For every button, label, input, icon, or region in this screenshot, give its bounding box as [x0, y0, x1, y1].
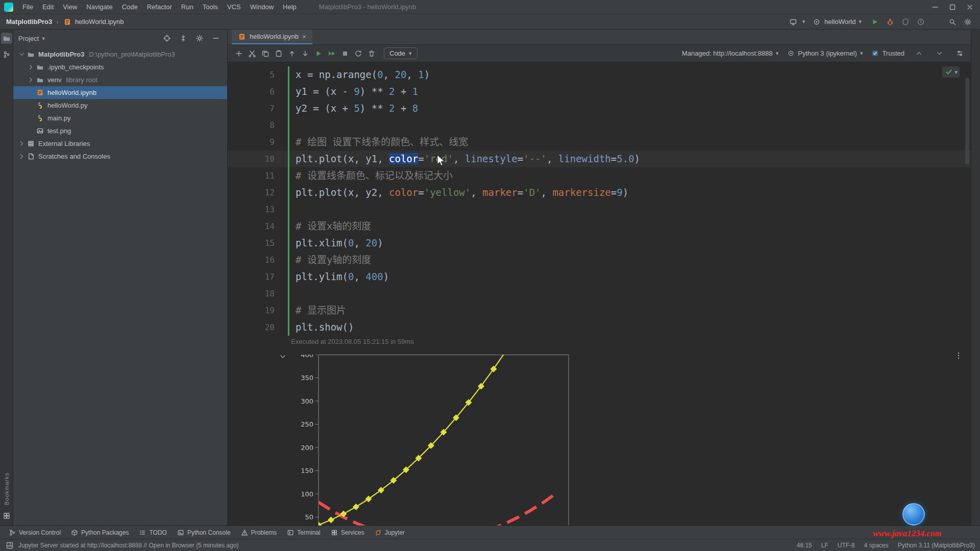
- close-tab-icon[interactable]: ×: [302, 33, 306, 41]
- maximize-button[interactable]: [946, 1, 959, 13]
- code-line-5[interactable]: 5x = np.arange(0, 20, 1): [228, 66, 971, 83]
- run-all-cells-button[interactable]: [326, 47, 338, 60]
- tree-closed-arrow-icon[interactable]: [17, 140, 26, 147]
- code-text[interactable]: plt.plot(x, y1, color='red', linestyle='…: [289, 151, 640, 167]
- tree-item-external-libraries[interactable]: External Libraries: [13, 137, 227, 150]
- coverage-button[interactable]: [899, 16, 912, 28]
- code-text[interactable]: y1 = (x - 9) ** 2 + 1: [289, 83, 418, 100]
- cut-cell-button[interactable]: [246, 47, 258, 60]
- project-panel-title[interactable]: Project: [18, 35, 39, 42]
- indent-setting[interactable]: 4 spaces: [864, 542, 889, 549]
- trusted-checkbox[interactable]: Trusted: [871, 49, 904, 58]
- run-cell-button[interactable]: [312, 47, 325, 60]
- code-text[interactable]: [289, 201, 296, 218]
- code-line-18[interactable]: 18: [228, 285, 971, 302]
- inspections-widget[interactable]: ▾: [942, 66, 960, 78]
- tree-item-main-py[interactable]: main.py: [13, 112, 227, 124]
- file-encoding[interactable]: UTF-8: [838, 542, 855, 549]
- code-text[interactable]: [289, 285, 296, 302]
- layout-widget-button[interactable]: [787, 16, 799, 28]
- paste-cell-button[interactable]: [273, 47, 285, 60]
- code-line-12[interactable]: 12plt.plot(x, y2, color='yellow', marker…: [228, 184, 971, 201]
- collapse-output-icon[interactable]: [279, 353, 287, 361]
- cell-type-select[interactable]: Code ▾: [384, 47, 418, 59]
- collapse-all-button[interactable]: [177, 32, 189, 44]
- editor-scrollbar[interactable]: [965, 78, 969, 164]
- code-cell[interactable]: 5x = np.arange(0, 20, 1)6y1 = (x - 9) **…: [228, 66, 971, 336]
- menu-navigate[interactable]: Navigate: [82, 2, 117, 12]
- menu-edit[interactable]: Edit: [38, 2, 58, 12]
- code-line-19[interactable]: 19# 显示图片: [228, 302, 971, 319]
- hide-panel-button[interactable]: [210, 32, 222, 44]
- tree-item--ipynb-checkpoints[interactable]: .ipynb_checkpoints: [13, 61, 227, 73]
- code-text[interactable]: plt.xlim(0, 20): [289, 235, 383, 252]
- code-text[interactable]: x = np.arange(0, 20, 1): [289, 66, 430, 83]
- select-opened-file-button[interactable]: [161, 32, 173, 44]
- code-text[interactable]: # 设置线条颜色、标记以及标记大小: [289, 167, 453, 184]
- toolwindow-jupyter[interactable]: Jupyter: [370, 528, 409, 538]
- menu-refactor[interactable]: Refactor: [142, 2, 177, 12]
- code-text[interactable]: plt.plot(x, y2, color='yellow', marker='…: [289, 184, 628, 201]
- tree-item-helloworld-py[interactable]: helloWorld.py: [13, 99, 227, 112]
- previous-cell-button[interactable]: [913, 47, 925, 60]
- tree-closed-arrow-icon[interactable]: [27, 76, 35, 84]
- delete-cell-button[interactable]: [365, 47, 378, 60]
- tree-item-test-png[interactable]: test.png: [13, 124, 227, 137]
- code-text[interactable]: # 显示图片: [289, 302, 346, 319]
- add-cell-button[interactable]: [233, 47, 245, 60]
- notebook-settings-button[interactable]: [953, 47, 966, 60]
- caret-position[interactable]: 46:15: [797, 542, 812, 549]
- tree-item-venv[interactable]: venvlibrary root: [13, 73, 227, 86]
- code-text[interactable]: plt.show(): [289, 319, 354, 336]
- line-ending[interactable]: LF: [821, 542, 828, 549]
- tree-closed-arrow-icon[interactable]: [17, 153, 26, 160]
- restart-kernel-button[interactable]: [352, 47, 364, 60]
- menu-file[interactable]: File: [18, 2, 38, 12]
- toolwindow-todo[interactable]: TODO: [134, 528, 171, 538]
- python-interpreter[interactable]: Python 3.11 (MatplotlibPro3): [898, 542, 975, 549]
- code-text[interactable]: # 绘图 设置下线条的颜色、样式、线宽: [289, 134, 468, 151]
- code-text[interactable]: [289, 117, 296, 134]
- code-line-11[interactable]: 11# 设置线条颜色、标记以及标记大小: [228, 167, 971, 184]
- move-cell-down-button[interactable]: [299, 47, 311, 60]
- code-text[interactable]: # 设置y轴的刻度: [289, 252, 371, 268]
- code-line-15[interactable]: 15plt.xlim(0, 20): [228, 235, 971, 252]
- toolwindow-problems[interactable]: Problems: [236, 528, 282, 538]
- run-button[interactable]: [869, 16, 881, 28]
- status-message[interactable]: Jupyter Server started at http://localho…: [18, 542, 239, 549]
- bookmarks-toolwindow-button[interactable]: Bookmarks: [4, 472, 10, 505]
- copy-cell-button[interactable]: [259, 47, 272, 60]
- output-options-icon[interactable]: [954, 352, 963, 360]
- commit-toolwindow-button[interactable]: [1, 49, 12, 60]
- tree-item-helloworld-ipynb[interactable]: helloWorld.ipynb: [13, 86, 227, 99]
- panel-settings-button[interactable]: [193, 32, 206, 44]
- chevron-down-icon[interactable]: ▾: [42, 35, 45, 42]
- profiler-button[interactable]: [915, 16, 927, 28]
- menu-help[interactable]: Help: [278, 2, 301, 12]
- next-cell-button[interactable]: [933, 47, 945, 60]
- toolwindow-toggle-icon[interactable]: [5, 541, 14, 550]
- menu-vcs[interactable]: VCS: [223, 2, 246, 12]
- code-line-9[interactable]: 9# 绘图 设置下线条的颜色、样式、线宽: [228, 134, 971, 151]
- tree-open-arrow-icon[interactable]: [17, 51, 26, 58]
- code-editor[interactable]: 5x = np.arange(0, 20, 1)6y1 = (x - 9) **…: [228, 62, 971, 337]
- toolwindow-version-control[interactable]: Version Control: [4, 528, 65, 538]
- project-toolwindow-button[interactable]: [1, 33, 12, 44]
- breadcrumb-file[interactable]: helloWorld.ipynb: [63, 17, 124, 27]
- debug-button[interactable]: [884, 16, 896, 28]
- toolwindow-services[interactable]: Services: [326, 528, 369, 538]
- toolwindow-terminal[interactable]: Terminal: [282, 528, 325, 538]
- menu-window[interactable]: Window: [246, 2, 278, 12]
- menu-run[interactable]: Run: [177, 2, 198, 12]
- menu-view[interactable]: View: [58, 2, 82, 12]
- toolwindow-python-packages[interactable]: Python Packages: [66, 528, 133, 538]
- code-text[interactable]: plt.ylim(0, 400): [289, 268, 389, 285]
- tab-helloworld-ipynb[interactable]: helloWorld.ipynb ×: [232, 30, 312, 44]
- toolwindow-python-console[interactable]: Python Console: [173, 528, 235, 538]
- code-text[interactable]: y2 = (x + 5) ** 2 + 8: [289, 100, 418, 117]
- code-line-16[interactable]: 16# 设置y轴的刻度: [228, 252, 971, 268]
- code-line-13[interactable]: 13: [228, 201, 971, 218]
- jupyter-server-select[interactable]: Managed: http://localhost:8888 ▾: [682, 49, 778, 57]
- tree-item-matplotlibpro3[interactable]: MatplotlibPro3D:\python_pro\MatplotlibPr…: [13, 48, 227, 61]
- floating-badge[interactable]: [902, 503, 925, 525]
